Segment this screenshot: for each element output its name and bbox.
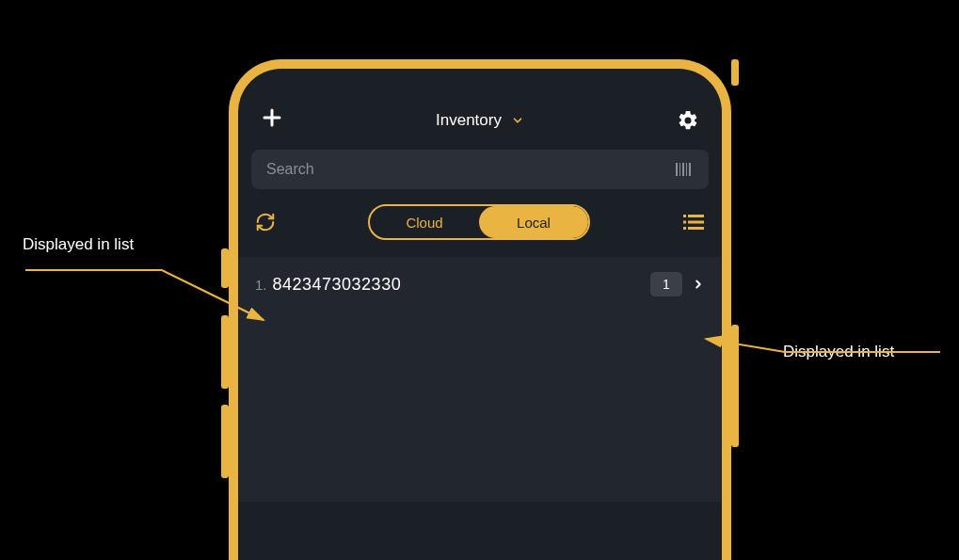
app-screen: Inventory Search — [238, 69, 722, 560]
annotation-label-right: Displayed in list — [783, 343, 894, 361]
phone-side-button — [731, 325, 739, 447]
add-button[interactable] — [261, 106, 283, 136]
plus-icon — [261, 106, 283, 129]
row-code: 8423473032330 — [273, 275, 402, 295]
tab-cloud[interactable]: Cloud — [370, 206, 479, 238]
source-segment: Cloud Local — [368, 204, 590, 240]
chevron-down-icon — [511, 114, 524, 127]
svg-rect-8 — [688, 215, 704, 217]
annotation-label-left: Displayed in list — [23, 235, 134, 254]
settings-button[interactable] — [677, 109, 699, 132]
svg-rect-12 — [688, 227, 704, 230]
controls-row: Cloud Local — [251, 204, 709, 240]
title-dropdown[interactable]: Inventory — [436, 111, 524, 130]
list-view-button[interactable] — [682, 213, 705, 232]
gear-icon — [677, 109, 699, 132]
app-header: Inventory — [251, 69, 709, 150]
phone-side-button — [221, 315, 229, 389]
svg-rect-2 — [676, 163, 678, 176]
svg-rect-3 — [679, 163, 680, 176]
svg-rect-4 — [682, 163, 684, 176]
refresh-icon — [255, 212, 276, 232]
tab-local[interactable]: Local — [479, 206, 588, 238]
svg-rect-10 — [688, 221, 704, 224]
search-input[interactable]: Search — [251, 150, 709, 189]
refresh-button[interactable] — [255, 212, 276, 232]
inventory-list: 1. 8423473032330 1 — [238, 257, 722, 502]
phone-frame: Inventory Search — [229, 59, 731, 560]
chevron-right-icon — [692, 276, 705, 293]
phone-side-button — [221, 248, 229, 288]
svg-rect-6 — [689, 163, 691, 176]
svg-rect-9 — [683, 221, 686, 224]
row-index: 1. — [255, 277, 267, 293]
svg-rect-7 — [683, 215, 686, 217]
search-placeholder: Search — [266, 161, 314, 178]
phone-side-button — [731, 59, 739, 86]
barcode-icon — [675, 162, 694, 177]
list-icon — [682, 213, 705, 232]
barcode-scan-button[interactable] — [675, 162, 694, 177]
phone-side-button — [221, 405, 229, 478]
svg-rect-5 — [686, 163, 687, 176]
list-item[interactable]: 1. 8423473032330 1 — [255, 272, 705, 296]
qty-badge: 1 — [650, 272, 682, 296]
svg-rect-11 — [683, 227, 686, 230]
page-title: Inventory — [436, 111, 502, 130]
